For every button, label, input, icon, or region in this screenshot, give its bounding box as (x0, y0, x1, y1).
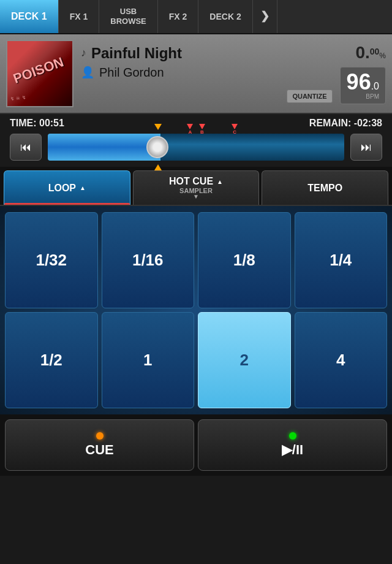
loop-btn-2-label: 2 (240, 351, 249, 370)
track-title-row: ♪ Painful Night (81, 45, 333, 62)
usb-browse-tab[interactable]: USBBROWSE (99, 0, 158, 33)
cue-a-marker: A (187, 124, 193, 135)
hot-cue-arrow-icon: ▲ (217, 178, 223, 185)
hot-cue-tab[interactable]: HOT CUE ▲ SAMPLER ▼ (133, 170, 260, 205)
cue-gold-bottom-marker (154, 164, 162, 170)
nav-forward-icon: ❯ (260, 10, 270, 23)
nav-arrow-button[interactable]: ❯ (253, 0, 277, 33)
deck1-tab[interactable]: DECK 1 (0, 0, 59, 33)
tempo-label: TEMPO (307, 183, 342, 194)
cue-b-label: B (200, 129, 204, 135)
tempo-tab[interactable]: TEMPO (262, 170, 388, 205)
loop-grid: 1/32 1/16 1/8 1/4 1/2 1 2 4 (0, 206, 392, 414)
scrubber-track[interactable]: A B C (48, 134, 344, 161)
track-artist: Phil Gordon (99, 66, 164, 80)
loop-btn-2[interactable]: 2 (198, 312, 291, 408)
top-navigation: DECK 1 FX 1 USBBROWSE FX 2 DECK 2 ❯ (0, 0, 392, 34)
loop-tab[interactable]: LOOP ▲ (4, 170, 130, 205)
cue-b-marker: B (199, 124, 205, 135)
percent-value: 0. (355, 43, 369, 62)
play-pause-button[interactable]: ▶/II (198, 419, 387, 471)
percent-unit: % (379, 51, 386, 60)
scrubber-handle[interactable] (146, 136, 168, 158)
deck2-label: DECK 2 (209, 12, 241, 22)
hot-cue-down-arrow: ▼ (193, 193, 199, 200)
bpm-number: 96 (347, 69, 371, 94)
cue-c-marker: C (232, 124, 238, 135)
fx2-label: FX 2 (169, 12, 187, 22)
loop-btn-1-32-label: 1/32 (36, 251, 67, 270)
cue-a-arrow (187, 124, 193, 129)
bottom-buttons: CUE ▶/II (0, 414, 392, 476)
play-pause-label: ▶/II (282, 442, 303, 458)
scrubber-section: ⏮ A B C ⏭ (0, 131, 392, 167)
cue-c-arrow (232, 124, 238, 129)
fx1-tab[interactable]: FX 1 (59, 0, 100, 33)
skip-back-button[interactable]: ⏮ (10, 134, 42, 161)
loop-arrow-icon: ▲ (80, 185, 86, 191)
bpm-decimal: .0 (371, 81, 379, 91)
track-info-section: POISON ↯ ☠ ↯ ♪ Painful Night 👤 Phil Gord… (0, 34, 392, 114)
tempo-tab-label: TEMPO (307, 183, 342, 194)
loop-btn-1-label: 1 (143, 351, 152, 370)
loop-btn-1-8-label: 1/8 (233, 251, 255, 270)
hot-cue-label: HOT CUE (169, 176, 213, 187)
time-bar: TIME: 00:51 REMAIN: -02:38 (0, 114, 392, 131)
cue-gold-marker (154, 124, 162, 130)
hot-cue-tab-label: HOT CUE ▲ (169, 176, 223, 187)
loop-label: LOOP (48, 183, 76, 194)
loop-btn-4[interactable]: 4 (295, 312, 388, 408)
loop-btn-1-16[interactable]: 1/16 (102, 212, 195, 308)
play-pause-indicator (289, 432, 296, 440)
loop-btn-4-label: 4 (336, 351, 345, 370)
loop-btn-1-2-label: 1/2 (40, 351, 62, 370)
track-artist-row: 👤 Phil Gordon (81, 66, 333, 80)
deck1-label: DECK 1 (11, 10, 47, 22)
elapsed-time: TIME: 00:51 (10, 118, 64, 129)
skip-forward-button[interactable]: ⏭ (350, 134, 382, 161)
fx1-label: FX 1 (70, 12, 88, 22)
bpm-display: 96.0 BPM (340, 67, 386, 104)
scrubber-fill (48, 134, 160, 161)
loop-btn-1-32[interactable]: 1/32 (5, 212, 98, 308)
cue-indicator (96, 432, 104, 440)
loop-btn-1-16-label: 1/16 (132, 251, 164, 270)
mode-tabs: LOOP ▲ HOT CUE ▲ SAMPLER ▼ TEMPO (0, 167, 392, 206)
pitch-percent: 0.00% (355, 43, 386, 63)
loop-btn-1-2[interactable]: 1/2 (5, 312, 98, 408)
cue-gold-arrow (154, 124, 162, 130)
album-art: POISON ↯ ☠ ↯ (6, 40, 74, 107)
loop-tab-label: LOOP ▲ (48, 183, 86, 194)
cue-gold-bottom-arrow (154, 164, 162, 170)
cue-b-arrow (199, 124, 205, 129)
bpm-value: 96.0 (347, 71, 379, 93)
loop-btn-1[interactable]: 1 (102, 312, 195, 408)
track-metadata: ♪ Painful Night 👤 Phil Gordon QUANTIZE (81, 45, 333, 103)
loop-btn-1-4[interactable]: 1/4 (295, 212, 388, 308)
album-art-sub: ↯ ☠ ↯ (10, 95, 26, 102)
track-title: Painful Night (91, 45, 182, 62)
remain-time: REMAIN: -02:38 (309, 118, 382, 129)
bpm-section: 0.00% 96.0 BPM (340, 40, 386, 107)
album-art-label: POISON (11, 54, 66, 87)
music-icon: ♪ (81, 47, 86, 59)
cue-button[interactable]: CUE (5, 419, 194, 471)
loop-btn-1-8[interactable]: 1/8 (198, 212, 291, 308)
loop-btn-1-4-label: 1/4 (330, 251, 352, 270)
loop-active-bar (4, 203, 130, 205)
fx2-tab[interactable]: FX 2 (158, 0, 199, 33)
quantize-button[interactable]: QUANTIZE (287, 90, 332, 103)
percent-decimal: 00 (370, 47, 380, 56)
skip-back-icon: ⏮ (20, 141, 31, 154)
deck2-tab[interactable]: DECK 2 (198, 0, 252, 33)
skip-forward-icon: ⏭ (361, 141, 372, 154)
cue-a-label: A (189, 129, 192, 135)
cue-label: CUE (85, 442, 113, 458)
person-icon: 👤 (81, 66, 94, 79)
cue-c-label: C (233, 129, 236, 135)
